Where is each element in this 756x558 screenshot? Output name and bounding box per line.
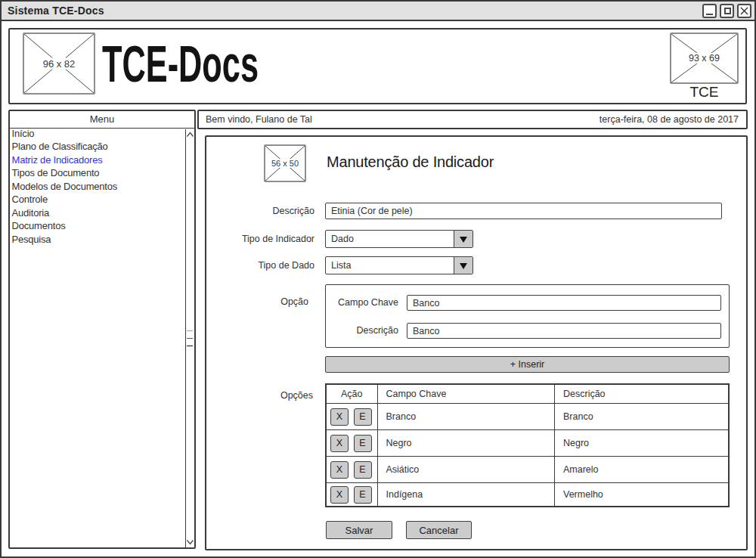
svg-text:TCE-Docs: TCE-Docs	[102, 45, 259, 91]
